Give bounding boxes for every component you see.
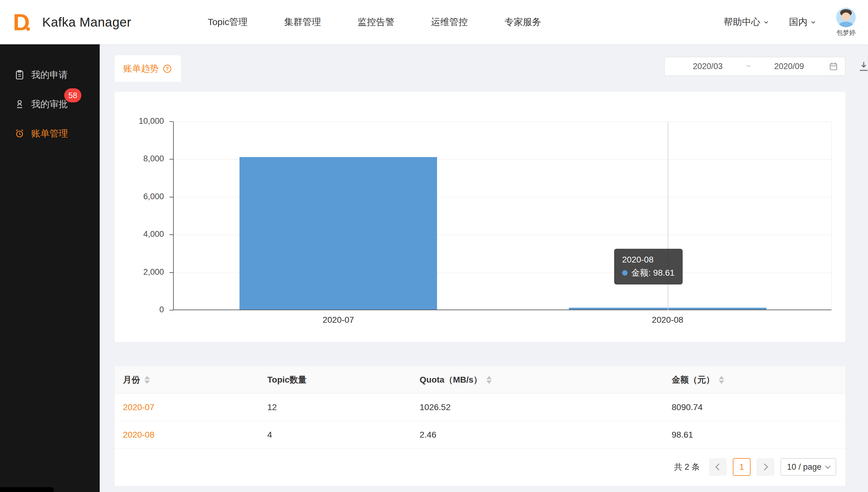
chevron-down-icon — [763, 19, 770, 26]
column-label: 月份 — [123, 374, 140, 386]
y-axis-tick — [169, 272, 173, 273]
next-page-button[interactable] — [757, 458, 774, 476]
avatar[interactable] — [836, 8, 856, 27]
region-label: 国内 — [789, 16, 807, 28]
main-content: 账单趋势 ? 2020/03 ~ 2020/09 2020-08 金 — [100, 44, 868, 492]
chart-bar[interactable] — [239, 157, 437, 310]
avatar-face — [842, 13, 850, 21]
topics-cell: 4 — [259, 430, 412, 440]
approvals-badge: 58 — [64, 88, 81, 102]
x-axis-label: 2020-08 — [503, 315, 832, 325]
nav-item-topic[interactable]: Topic管理 — [189, 0, 266, 44]
sidebar-item-my-applications[interactable]: 我的申请 — [0, 60, 100, 90]
date-range-picker[interactable]: 2020/03 ~ 2020/09 — [664, 57, 845, 76]
column-header-topics: Topic数量 — [259, 374, 412, 386]
column-label: Topic数量 — [267, 374, 307, 386]
sort-icon[interactable] — [144, 376, 150, 384]
column-header-quota[interactable]: Quota（MB/s） — [412, 374, 663, 386]
page-size-select[interactable]: 10 / page — [780, 458, 836, 476]
table-row: 2020-07 12 1026.52 8090.74 — [115, 394, 845, 421]
help-center-dropdown[interactable]: 帮助中心 — [724, 16, 770, 28]
y-axis-tick-label: 2,000 — [103, 267, 164, 277]
y-axis-tick-label: 8,000 — [103, 154, 164, 164]
chevron-left-icon — [715, 464, 722, 471]
chevron-down-icon — [825, 463, 830, 469]
tooltip-value: 金额: 98.61 — [631, 268, 675, 277]
series-dot-icon — [622, 270, 628, 276]
table-header-row: 月份 Topic数量 Quota（MB/s） 金额（元） — [115, 366, 845, 394]
date-separator: ~ — [744, 62, 753, 71]
column-header-amount[interactable]: 金额（元） — [663, 374, 845, 386]
nav-item-expert[interactable]: 专家服务 — [486, 0, 559, 44]
total-count: 共 2 条 — [674, 462, 700, 472]
column-label: 金额（元） — [672, 374, 714, 386]
tab-billing-trend[interactable]: 账单趋势 ? — [115, 55, 181, 82]
logo-letter: D — [13, 11, 30, 34]
billing-trend-chart-card: 2020-08 金额: 98.61 02,0004,0006,0008,0001… — [115, 92, 845, 342]
table-row: 2020-08 4 2.46 98.61 — [115, 421, 845, 449]
quota-cell: 1026.52 — [412, 402, 663, 412]
tooltip-row: 金额: 98.61 — [622, 266, 675, 279]
sidebar-list: 我的申请 我的审批 58 账单管理 — [0, 60, 100, 148]
user-name: 包梦婷 — [837, 28, 856, 37]
user-menu[interactable]: 包梦婷 — [836, 8, 856, 37]
topics-cell: 12 — [259, 402, 412, 412]
approval-stamp-icon — [14, 99, 25, 110]
y-axis-tick-label: 6,000 — [103, 192, 164, 201]
main-nav: Topic管理 集群管理 监控告警 运维管控 专家服务 — [189, 0, 559, 44]
amount-cell: 8090.74 — [663, 402, 845, 412]
sort-icon[interactable] — [486, 376, 492, 384]
month-link[interactable]: 2020-07 — [115, 402, 259, 412]
chart-plot: 2020-08 金额: 98.61 02,0004,0006,0008,0001… — [173, 122, 831, 310]
date-start-input[interactable]: 2020/03 — [671, 62, 744, 71]
bill-icon — [14, 128, 25, 139]
date-end-input[interactable]: 2020/09 — [753, 62, 825, 71]
calendar-icon[interactable] — [828, 62, 838, 71]
clipboard-icon — [14, 69, 25, 80]
pagination: 共 2 条 1 10 / page — [115, 449, 845, 485]
y-axis-tick-label: 10,000 — [103, 117, 164, 126]
y-axis-tick — [169, 310, 173, 311]
sidebar-item-billing[interactable]: 账单管理 — [0, 119, 100, 148]
top-header: D Kafka Manager Topic管理 集群管理 监控告警 运维管控 专… — [0, 0, 868, 44]
page-1-button[interactable]: 1 — [733, 458, 751, 476]
sidebar-item-label: 我的申请 — [31, 69, 68, 81]
sidebar-collapse-bar[interactable] — [0, 487, 54, 492]
prev-page-button[interactable] — [709, 458, 727, 476]
y-axis-tick — [169, 159, 173, 159]
y-axis-tick — [169, 235, 173, 235]
month-link[interactable]: 2020-08 — [115, 430, 259, 440]
region-dropdown[interactable]: 国内 — [789, 16, 817, 28]
y-axis-tick — [169, 121, 173, 122]
x-axis-label: 2020-07 — [174, 315, 503, 325]
tooltip-title: 2020-08 — [622, 253, 675, 266]
sidebar-item-label: 账单管理 — [31, 127, 68, 140]
header-right: 帮助中心 国内 包梦婷 — [724, 8, 856, 37]
y-axis-tick-label: 0 — [103, 305, 164, 315]
tab-label: 账单趋势 — [123, 63, 159, 75]
help-question-icon[interactable]: ? — [162, 64, 172, 74]
sidebar: 我的申请 我的审批 58 账单管理 — [0, 44, 100, 492]
page: D Kafka Manager Topic管理 集群管理 监控告警 运维管控 专… — [0, 0, 868, 492]
sort-icon[interactable] — [719, 376, 724, 384]
gridline — [174, 122, 831, 122]
download-icon[interactable] — [858, 60, 868, 72]
nav-item-ops[interactable]: 运维管控 — [413, 0, 486, 44]
nav-item-cluster[interactable]: 集群管理 — [266, 0, 339, 44]
help-center-label: 帮助中心 — [724, 16, 760, 28]
column-header-month[interactable]: 月份 — [115, 374, 259, 386]
page-size-label: 10 / page — [787, 462, 822, 472]
sidebar-item-label: 我的审批 — [31, 98, 68, 110]
chevron-down-icon — [810, 19, 817, 26]
amount-cell: 98.61 — [663, 430, 845, 440]
app-title: Kafka Manager — [42, 15, 131, 30]
quota-cell: 2.46 — [412, 430, 663, 440]
y-axis-tick-label: 4,000 — [103, 229, 164, 239]
svg-text:?: ? — [166, 66, 169, 72]
chevron-right-icon — [761, 464, 768, 471]
nav-item-monitor[interactable]: 监控告警 — [339, 0, 413, 44]
billing-table-card: 月份 Topic数量 Quota（MB/s） 金额（元） 2020-07 12 — [115, 366, 845, 486]
app-logo[interactable]: D — [8, 9, 34, 35]
y-axis-tick — [169, 197, 173, 197]
sidebar-item-my-approvals[interactable]: 我的审批 58 — [0, 90, 100, 119]
